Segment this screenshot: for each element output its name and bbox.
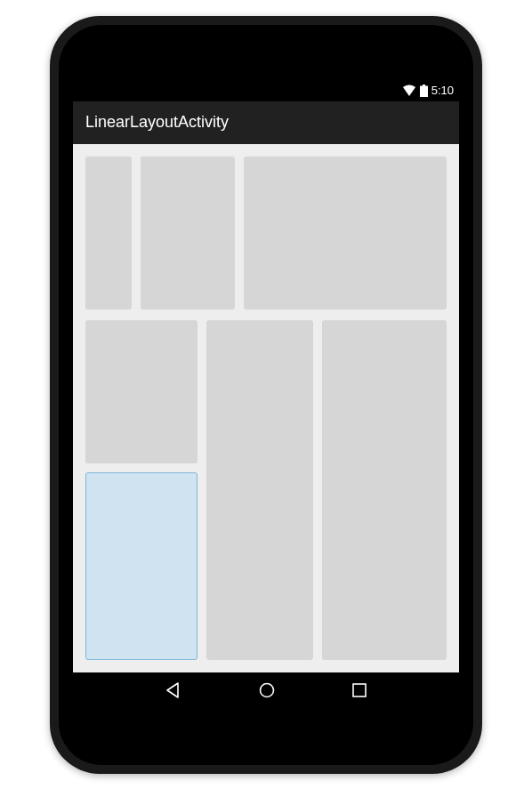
layout-content [73, 144, 459, 672]
app-title: LinearLayoutActivity [85, 113, 229, 132]
svg-rect-0 [420, 85, 428, 97]
home-icon[interactable] [258, 681, 276, 699]
navigation-bar [73, 672, 459, 708]
app-bar: LinearLayoutActivity [73, 101, 459, 144]
layout-block[interactable] [206, 320, 313, 660]
layout-block[interactable] [85, 320, 197, 464]
layout-block[interactable] [141, 157, 235, 310]
wifi-icon [402, 85, 416, 97]
status-bar: 5:10 [73, 80, 459, 101]
screen: 5:10 LinearLayoutActivity [73, 80, 459, 708]
layout-block[interactable] [85, 157, 132, 310]
layout-row-2 [85, 320, 447, 660]
svg-rect-1 [423, 85, 425, 86]
layout-block[interactable] [244, 157, 447, 310]
phone-frame: 5:10 LinearLayoutActivity [50, 16, 482, 774]
battery-icon [420, 85, 428, 97]
layout-block[interactable] [322, 320, 447, 660]
layout-column [85, 320, 197, 660]
layout-row-1 [85, 157, 447, 310]
svg-point-2 [260, 683, 273, 696]
status-time: 5:10 [431, 84, 454, 97]
layout-block-selected[interactable] [85, 472, 197, 659]
svg-rect-3 [353, 684, 366, 696]
recents-icon[interactable] [351, 682, 367, 698]
phone-bezel: 5:10 LinearLayoutActivity [59, 25, 473, 765]
back-icon[interactable] [165, 681, 182, 699]
